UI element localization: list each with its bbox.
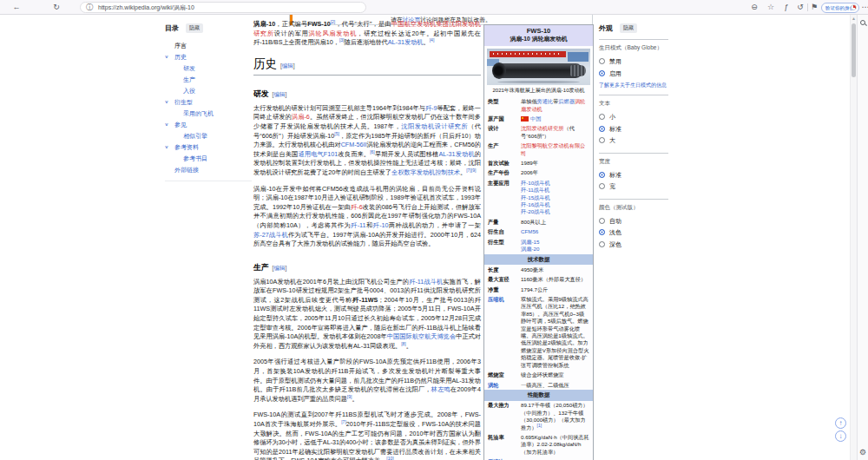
radio-option-宽[interactable]: 宽 [599, 181, 668, 193]
chevron-down-icon[interactable]: ∨ [164, 119, 168, 130]
toc-item-相似引擎[interactable]: 相似引擎 [165, 130, 252, 141]
chevron-down-icon[interactable]: ∨ [164, 96, 168, 108]
wiki-link[interactable]: 歼-20战斗机 [521, 208, 550, 214]
page-scrollbar[interactable]: ▲ [850, 15, 857, 460]
bookmark-star-icon[interactable]: ☆ [765, 0, 777, 15]
radio-option-深色[interactable]: 深色 [599, 239, 668, 251]
toc-item-采用的飞机[interactable]: 采用的飞机 [165, 108, 252, 119]
toc-item-研发[interactable]: 研发 [165, 62, 252, 74]
toc-item-参见[interactable]: ∨参见 [165, 119, 252, 130]
reload-icon[interactable]: ↻ [50, 0, 62, 15]
extension-2-icon[interactable]: ↺ [794, 0, 806, 15]
scrollbar-up-arrow-icon[interactable]: ▲ [851, 16, 857, 21]
chevron-down-icon[interactable]: ∨ [164, 141, 168, 153]
radio-button[interactable] [599, 172, 605, 178]
wiki-link[interactable]: AL-31发动机 [388, 38, 424, 46]
reference-link[interactable]: [10] [386, 456, 393, 460]
reference-link[interactable]: [1] [537, 422, 542, 427]
wiki-link[interactable]: CFM-56II [341, 141, 367, 148]
wiki-link[interactable]: CFM56 [521, 228, 538, 234]
address-bar[interactable]: ⓘ https://zh.wikipedia.org/wiki/涡扇-10 [80, 2, 366, 13]
chevron-down-icon[interactable]: ∨ [164, 51, 168, 62]
wiki-link[interactable]: 歼-11战斗机 [521, 187, 549, 193]
redlink[interactable]: 涡轮风扇发动机 [309, 30, 358, 37]
radio-option-标准[interactable]: 标准 [599, 123, 668, 135]
gear-icon[interactable]: ⚙ [859, 448, 866, 457]
radio-option-启用[interactable]: 启用 [599, 68, 668, 80]
radio-button[interactable] [599, 114, 605, 120]
radio-button[interactable] [599, 183, 605, 189]
scroll-to-bottom-button[interactable]: ↓ [835, 430, 846, 442]
wiki-link[interactable]: 歼-11 [351, 221, 365, 229]
reference-link[interactable]: [4] [430, 37, 435, 43]
toc-item-衍生型[interactable]: ∨衍生型 [165, 96, 252, 108]
wiki-link[interactable]: 歼-15战斗机 [521, 194, 550, 200]
radio-option-小[interactable]: 小 [599, 111, 668, 123]
wiki-link[interactable]: 歼-9 [425, 104, 437, 112]
radio-button[interactable] [599, 229, 605, 235]
edit-link[interactable]: [编辑] [273, 265, 287, 271]
site-info-icon[interactable]: ⓘ [86, 3, 93, 13]
reference-link[interactable]: [7][9] [466, 168, 476, 173]
toc-item-入役[interactable]: 入役 [165, 85, 252, 96]
edit-link-part: 编辑 [273, 91, 285, 97]
infobox-label[interactable]: 压缩机 [488, 296, 521, 369]
radio-button[interactable] [599, 137, 605, 143]
wiki-link[interactable]: 涡扇-20 [521, 246, 539, 252]
infobox-label[interactable]: 涡轮 [488, 382, 521, 389]
wiki-link[interactable]: 沈阳发动机设计研究所 [401, 122, 468, 130]
wiki-link[interactable]: 林左鸣 [431, 385, 450, 393]
learn-more-link[interactable]: 了解更多关于生日模式的信息 [599, 82, 668, 89]
toc-item-历史[interactable]: ∨历史 [165, 51, 252, 62]
wiki-link[interactable]: 中国国际航空航天博览会 [387, 332, 456, 340]
wiki-link[interactable]: 旁通比 [537, 98, 554, 104]
toc-hide-button[interactable]: 隐藏 [186, 23, 203, 33]
edit-link[interactable]: [编辑] [273, 91, 287, 97]
wiki-link[interactable]: 歼-10 [373, 221, 389, 229]
radio-button[interactable] [599, 218, 605, 224]
wiki-link[interactable]: 歼-11战斗机 [409, 278, 443, 286]
text-segment: 作为试飞平台。1997年涡扇-10A的开发开始进行。2000年10月，624所高… [253, 231, 481, 248]
extension-1-icon[interactable]: ƒ [780, 0, 792, 15]
radio-option-禁用[interactable]: 禁用 [599, 56, 668, 68]
appearance-group: 宽度标准宽 [599, 153, 668, 193]
wiki-link[interactable]: 歼-16战斗机 [521, 201, 550, 207]
text-segment: 1160毫米（外部最大直径） [521, 276, 586, 282]
engine-photo[interactable] [487, 49, 590, 85]
toc-item-参考书目[interactable]: 参考书目 [165, 153, 252, 164]
toc-item-序言[interactable]: 序言 [165, 40, 252, 51]
wiki-link[interactable]: 中国 [530, 115, 541, 122]
appearance-hide-button[interactable]: 隐藏 [620, 23, 637, 33]
more-menu-icon[interactable]: ⋯ [859, 0, 868, 15]
redlink[interactable]: 沈阳发动机研究所 [521, 125, 564, 131]
radio-option-浅色[interactable]: 浅色 [599, 227, 668, 239]
zoom-out-icon[interactable]: ⊖ [748, 0, 760, 15]
redlink[interactable]: 沈阳黎明航空发动机有限公司 [521, 142, 585, 155]
verify-identity-button[interactable]: 验证你的身份 [821, 3, 859, 13]
radio-button[interactable] [599, 126, 605, 132]
wiki-link[interactable]: 后燃器 [558, 98, 575, 104]
radio-button[interactable] [599, 70, 605, 76]
toc-item-参考资料[interactable]: ∨参考资料 [165, 141, 252, 153]
redlink[interactable]: 涡扇-6 [292, 113, 310, 121]
redlink[interactable]: 歼-6 [351, 203, 363, 211]
wiki-link[interactable]: AL-31发动机 [438, 150, 474, 158]
wiki-link[interactable]: 歼-10战斗机 [521, 180, 550, 186]
radio-option-标准[interactable]: 标准 [599, 169, 668, 181]
toc-item-外部链接[interactable]: 外部链接 [165, 164, 252, 175]
radio-option-自动[interactable]: 自动 [599, 215, 668, 227]
wiki-link[interactable]: 苏-27战斗机 [253, 231, 288, 239]
toc-item-生产[interactable]: 生产 [165, 74, 252, 85]
radio-option-大[interactable]: 大 [599, 135, 668, 147]
wiki-link[interactable]: 通用电气F101 [298, 150, 338, 158]
back-icon[interactable]: ← [10, 0, 23, 15]
radio-button[interactable] [599, 241, 605, 247]
radio-button[interactable] [599, 58, 605, 64]
wiki-link[interactable]: 涡扇-15 [521, 239, 539, 245]
search-icon[interactable] [860, 20, 865, 25]
extension-3-icon[interactable]: ⚑ [808, 0, 820, 15]
edit-link[interactable]: [编辑] [280, 62, 295, 69]
wiki-link[interactable]: 全权数字发动机控制技术 [391, 168, 460, 176]
scroll-to-top-button[interactable]: ↑ [835, 417, 846, 429]
scrollbar-thumb[interactable] [852, 23, 856, 77]
